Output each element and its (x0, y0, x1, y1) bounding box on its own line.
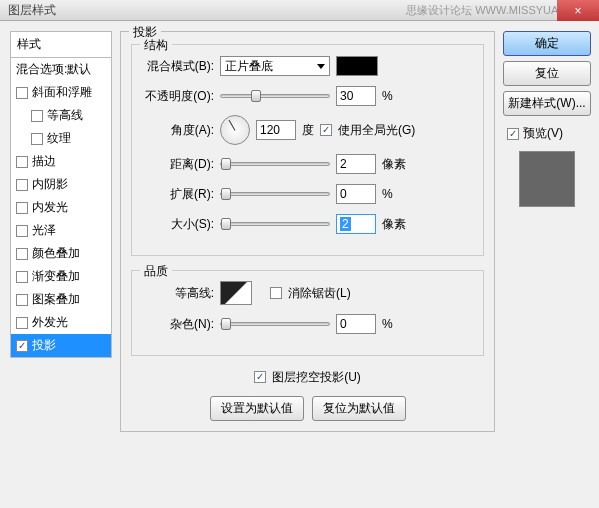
blend-mode-select[interactable]: 正片叠底 (220, 56, 330, 76)
style-pattern-overlay[interactable]: 图案叠加 (11, 288, 111, 311)
spread-label: 扩展(R): (142, 186, 214, 203)
reset-default-button[interactable]: 复位为默认值 (312, 396, 406, 421)
degree-unit: 度 (302, 122, 314, 139)
style-bevel[interactable]: 斜面和浮雕 (11, 81, 111, 104)
structure-title: 结构 (140, 37, 172, 54)
new-style-button[interactable]: 新建样式(W)... (503, 91, 591, 116)
percent-unit: % (382, 89, 410, 103)
close-button[interactable]: × (557, 0, 599, 21)
spread-input[interactable]: 0 (336, 184, 376, 204)
spread-slider[interactable] (220, 192, 330, 196)
distance-slider[interactable] (220, 162, 330, 166)
style-inner-shadow[interactable]: 内阴影 (11, 173, 111, 196)
style-contour[interactable]: 等高线 (11, 104, 111, 127)
style-stroke[interactable]: 描边 (11, 150, 111, 173)
checkbox[interactable] (16, 156, 28, 168)
style-color-overlay[interactable]: 颜色叠加 (11, 242, 111, 265)
dialog-body: 样式 混合选项:默认 斜面和浮雕 等高线 纹理 描边 内阴影 内发光 光泽 颜色… (0, 21, 599, 508)
ok-button[interactable]: 确定 (503, 31, 591, 56)
checkbox[interactable] (16, 294, 28, 306)
checkbox[interactable] (16, 202, 28, 214)
preview-checkbox[interactable]: ✓ (507, 128, 519, 140)
checkbox[interactable] (31, 110, 43, 122)
drop-shadow-fieldset: 投影 结构 混合模式(B): 正片叠底 不透明度(O): 30 % 角度(A): (120, 31, 495, 432)
opacity-input[interactable]: 30 (336, 86, 376, 106)
blend-options-default[interactable]: 混合选项:默认 (11, 58, 111, 81)
checkbox[interactable]: ✓ (16, 340, 28, 352)
blend-mode-label: 混合模式(B): (142, 58, 214, 75)
cancel-button[interactable]: 复位 (503, 61, 591, 86)
style-texture[interactable]: 纹理 (11, 127, 111, 150)
percent-unit: % (382, 317, 410, 331)
make-default-button[interactable]: 设置为默认值 (210, 396, 304, 421)
chevron-down-icon (317, 64, 325, 69)
titlebar: 图层样式 思缘设计论坛 WWW.MISSYUAN.COM (0, 0, 599, 21)
checkbox[interactable] (16, 317, 28, 329)
action-panel: 确定 复位 新建样式(W)... ✓ 预览(V) (503, 31, 591, 498)
antialias-checkbox[interactable] (270, 287, 282, 299)
structure-fieldset: 结构 混合模式(B): 正片叠底 不透明度(O): 30 % 角度(A): 12… (131, 44, 484, 256)
checkbox[interactable] (16, 87, 28, 99)
knockout-label: 图层挖空投影(U) (272, 369, 361, 386)
preview-label: 预览(V) (523, 125, 563, 142)
close-icon: × (574, 4, 581, 18)
style-gradient-overlay[interactable]: 渐变叠加 (11, 265, 111, 288)
contour-label: 等高线: (142, 285, 214, 302)
antialias-label: 消除锯齿(L) (288, 285, 351, 302)
styles-list: 混合选项:默认 斜面和浮雕 等高线 纹理 描边 内阴影 内发光 光泽 颜色叠加 … (10, 58, 112, 358)
quality-fieldset: 品质 等高线: 消除锯齿(L) 杂色(N): 0 % (131, 270, 484, 356)
px-unit: 像素 (382, 216, 410, 233)
size-label: 大小(S): (142, 216, 214, 233)
angle-dial[interactable] (220, 115, 250, 145)
window-controls: × (557, 0, 599, 21)
preview-swatch (519, 151, 575, 207)
angle-input[interactable]: 120 (256, 120, 296, 140)
noise-label: 杂色(N): (142, 316, 214, 333)
style-inner-glow[interactable]: 内发光 (11, 196, 111, 219)
checkbox[interactable] (16, 248, 28, 260)
angle-label: 角度(A): (142, 122, 214, 139)
opacity-slider[interactable] (220, 94, 330, 98)
styles-panel: 样式 混合选项:默认 斜面和浮雕 等高线 纹理 描边 内阴影 内发光 光泽 颜色… (10, 31, 112, 498)
size-slider[interactable] (220, 222, 330, 226)
checkbox[interactable] (16, 271, 28, 283)
checkbox[interactable] (16, 225, 28, 237)
checkbox[interactable] (31, 133, 43, 145)
distance-label: 距离(D): (142, 156, 214, 173)
styles-header[interactable]: 样式 (10, 31, 112, 58)
distance-input[interactable]: 2 (336, 154, 376, 174)
noise-input[interactable]: 0 (336, 314, 376, 334)
size-input[interactable]: 2 (336, 214, 376, 234)
global-light-label: 使用全局光(G) (338, 122, 415, 139)
contour-picker[interactable] (220, 281, 252, 305)
shadow-color-swatch[interactable] (336, 56, 378, 76)
style-drop-shadow[interactable]: ✓投影 (11, 334, 111, 357)
noise-slider[interactable] (220, 322, 330, 326)
settings-panel: 投影 结构 混合模式(B): 正片叠底 不透明度(O): 30 % 角度(A): (120, 31, 495, 498)
knockout-checkbox[interactable]: ✓ (254, 371, 266, 383)
global-light-checkbox[interactable]: ✓ (320, 124, 332, 136)
percent-unit: % (382, 187, 410, 201)
opacity-label: 不透明度(O): (142, 88, 214, 105)
px-unit: 像素 (382, 156, 410, 173)
style-satin[interactable]: 光泽 (11, 219, 111, 242)
style-outer-glow[interactable]: 外发光 (11, 311, 111, 334)
checkbox[interactable] (16, 179, 28, 191)
quality-title: 品质 (140, 263, 172, 280)
preview-toggle[interactable]: ✓ 预览(V) (503, 125, 591, 142)
dialog-title: 图层样式 (8, 2, 56, 19)
